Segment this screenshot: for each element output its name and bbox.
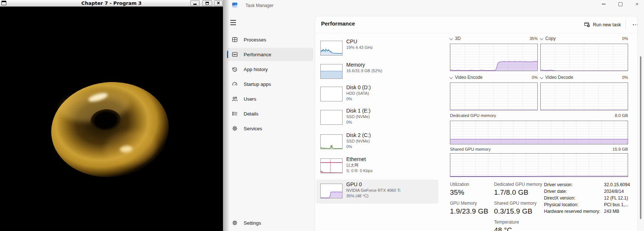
resource-title: GPU 0 <box>346 181 400 188</box>
section-header-copy[interactable]: Copy 0% <box>540 36 628 41</box>
video-decode-chart <box>540 83 628 110</box>
run-new-task-label: Run new task <box>593 22 621 27</box>
shared-memory-chart <box>450 153 628 177</box>
gpu-3d-chart <box>450 44 538 71</box>
resource-title: Disk 1 (E:) <box>346 108 370 114</box>
more-options-button[interactable] <box>628 19 638 30</box>
disk0-mini-graph <box>320 87 343 101</box>
details-list-icon <box>232 111 238 117</box>
section-header-3d[interactable]: 3D 35% <box>450 36 538 41</box>
toolbar-divider <box>625 20 626 30</box>
perf-list-item-ethernet[interactable]: Ethernet 以太网 S: 0 R: 0 Kbps <box>316 156 438 173</box>
torus-render <box>0 7 223 231</box>
resource-subtitle: SSD (NVMe) <box>346 114 370 120</box>
gl-maximize-button[interactable] <box>202 0 212 6</box>
resource-title: Ethernet <box>346 156 373 163</box>
sidebar-item-users[interactable]: Users <box>227 92 313 106</box>
close-icon: × <box>635 1 638 7</box>
run-new-task-icon <box>584 21 590 29</box>
perf-list-item-disk0[interactable]: Disk 0 (D:) HDD (SATA) 0% <box>316 84 438 101</box>
gpu-copy-chart <box>540 44 628 71</box>
sidebar-item-performance[interactable]: Performance <box>227 48 313 61</box>
section-value: 0% <box>532 75 538 80</box>
memory-chart-max: 8.0 GB <box>615 113 628 118</box>
users-icon <box>232 96 238 102</box>
driver-version-row: Driver version: 32.0.15.6094 <box>544 182 630 187</box>
section-label: Copy <box>540 36 556 41</box>
sidebar-item-label: Settings <box>244 220 261 226</box>
resource-title: Memory <box>346 62 382 68</box>
section-value: 35% <box>530 36 538 41</box>
sidebar-item-details[interactable]: Details <box>227 107 313 120</box>
header-divider <box>315 33 637 33</box>
close-icon: × <box>217 0 220 6</box>
sidebar-item-startup-apps[interactable]: Startup apps <box>227 77 313 91</box>
resource-subtitle: SSD (NVMe) <box>346 139 371 144</box>
resource-title: CPU <box>346 38 373 45</box>
sidebar-item-label: Details <box>244 111 258 117</box>
performance-pulse-icon <box>232 51 238 57</box>
window-title: Task Manager <box>246 3 273 8</box>
shared-memory-header: Shared GPU memory 15.9 GB <box>450 147 628 151</box>
section-label: Video Decode <box>540 75 573 80</box>
section-label: Video Encode <box>450 75 483 80</box>
close-button[interactable]: × <box>629 0 644 8</box>
section-header-video-decode[interactable]: Video Decode 0% <box>540 75 628 80</box>
sidebar-item-label: Performance <box>244 52 271 57</box>
resource-title: Disk 0 (D:) <box>346 84 371 91</box>
page-title: Performance <box>321 20 355 27</box>
stat-utilization: Utilization 35% <box>450 182 469 197</box>
section-label: 3D <box>450 36 461 41</box>
stat-shared-memory: Shared GPU memory 0.3/15.9 GB <box>494 201 537 215</box>
history-clock-icon <box>232 66 238 72</box>
perf-list-item-disk1[interactable]: Disk 1 (E:) SSD (NVMe) 0% <box>316 108 438 125</box>
memory-chart-label: Shared GPU memory <box>450 147 491 151</box>
sidebar-item-label: App history <box>244 67 268 72</box>
perf-list-item-cpu[interactable]: CPU 19% 4.43 GHz <box>316 38 438 56</box>
chevron-down-icon <box>540 36 543 40</box>
perf-list-item-memory[interactable]: Memory 16.6/31.9 GB (52%) <box>316 62 438 79</box>
screen: Task Manager × Processes Performance App… <box>0 0 644 231</box>
chevron-down-icon <box>450 75 453 78</box>
sidebar-item-label: Services <box>244 126 262 131</box>
sidebar-item-settings[interactable]: Settings <box>227 216 313 230</box>
memory-chart-max: 15.9 GB <box>613 147 628 151</box>
cpu-mini-graph <box>320 41 343 56</box>
physical-location-row: Physical location: PCI bus 1,... <box>544 202 628 207</box>
stat-temperature: Temperature 48 °C <box>494 220 519 231</box>
perf-list-item-gpu0[interactable]: GPU 0 NVIDIA GeForce RTX 4060 Ti 35% (48… <box>316 181 438 198</box>
section-header-video-encode[interactable]: Video Encode 0% <box>450 75 538 80</box>
vertical-scrollbar[interactable] <box>640 56 641 219</box>
directx-version-row: DirectX version: 12 (FL 12.1) <box>544 195 628 201</box>
resource-title: Disk 2 (C:) <box>346 132 371 138</box>
menu-toggle-button[interactable] <box>230 19 238 26</box>
opengl-window: Chapter 7 - Program 3 × <box>0 0 223 231</box>
gpu-mini-graph <box>320 184 343 198</box>
maximize-button[interactable] <box>613 0 628 8</box>
startup-gauge-icon <box>232 81 238 87</box>
resource-usage: 0% <box>346 144 371 150</box>
minimize-icon <box>193 4 197 5</box>
resource-subtitle: 16.6/31.9 GB (52%) <box>346 68 382 74</box>
sidebar-item-services[interactable]: Services <box>227 122 313 135</box>
sidebar-item-app-history[interactable]: App history <box>227 63 313 76</box>
memory-chart-label: Dedicated GPU memory <box>450 113 496 118</box>
gl-titlebar: Chapter 7 - Program 3 × <box>0 0 223 7</box>
minimize-button[interactable] <box>596 0 611 8</box>
chevron-down-icon <box>540 75 543 78</box>
disk2-mini-graph <box>320 134 343 149</box>
dedicated-memory-header: Dedicated GPU memory 8.0 GB <box>450 113 628 118</box>
task-manager-app-icon <box>232 3 237 8</box>
selection-indicator <box>227 51 228 58</box>
gl-close-button[interactable]: × <box>214 0 223 6</box>
sidebar-item-label: Processes <box>244 37 266 43</box>
maximize-icon <box>206 2 209 5</box>
perf-list-item-disk2[interactable]: Disk 2 (C:) SSD (NVMe) 0% <box>316 132 438 149</box>
sidebar-item-processes[interactable]: Processes <box>227 33 313 46</box>
driver-date-row: Driver date: 2024/8/14 <box>544 189 624 194</box>
run-new-task-button[interactable]: Run new task <box>583 19 623 30</box>
maximize-icon <box>618 2 623 6</box>
services-gear-icon <box>232 125 238 131</box>
section-value: 0% <box>622 36 628 41</box>
gl-minimize-button[interactable] <box>190 0 200 6</box>
